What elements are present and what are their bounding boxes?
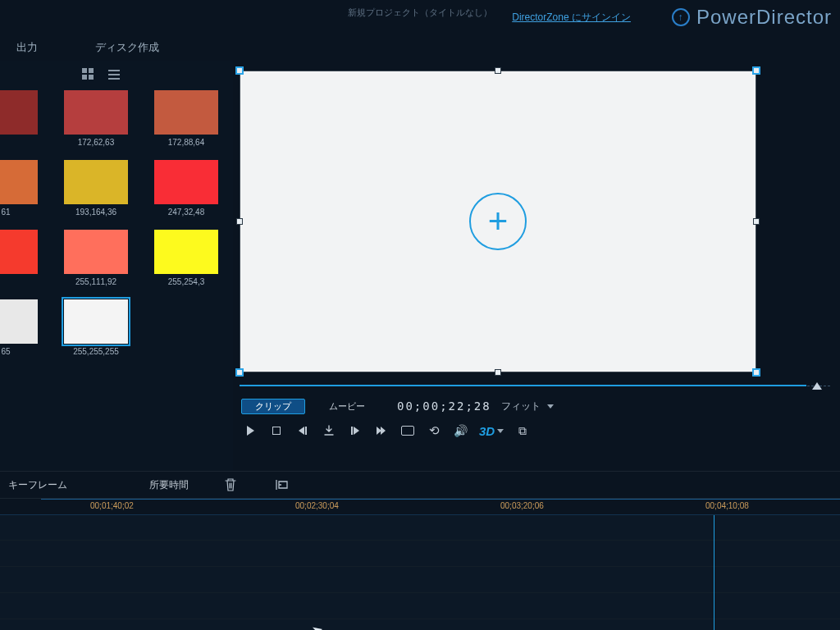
rotate-handle[interactable] (752, 66, 760, 75)
directorzone-link[interactable]: DirectorZone にサインイン (512, 11, 631, 25)
transport-controls: ⟲ 🔊 3D ⧉ (241, 420, 829, 441)
color-label: 172,88,64 (168, 138, 205, 147)
insert-left-icon (274, 478, 289, 491)
seek-thumb-icon[interactable] (812, 382, 822, 390)
preview-controls: クリップ ムービー 00;00;22;28 フィット ⟲ 🔊 (235, 394, 835, 443)
volume-button[interactable]: 🔊 (453, 423, 468, 438)
upload-icon[interactable]: ↑ (672, 8, 690, 26)
tab-disc-create[interactable]: ディスク作成 (95, 40, 159, 55)
chevron-down-icon (547, 404, 554, 409)
timeline-ruler[interactable]: 00;01;40;02 00;02;30;04 00;03;20;06 00;0… (0, 499, 840, 515)
colorboard-item[interactable]: 255,255,255 (51, 294, 141, 364)
ruler-mark: 00;03;20;06 (500, 501, 544, 510)
colorboard-item[interactable]: 65 (0, 294, 51, 364)
ff-icon (381, 427, 386, 435)
mode-clip-button[interactable]: クリップ (241, 399, 305, 414)
delete-button[interactable] (221, 476, 240, 494)
preview-canvas[interactable]: + (240, 71, 756, 372)
preview-canvas-wrap[interactable]: + (240, 71, 756, 372)
color-label: 255,255,255 (73, 347, 119, 356)
color-label: 193,164,36 (75, 208, 116, 217)
colorboard-item[interactable]: 172,62,63 (51, 85, 141, 155)
rotate-handle[interactable] (235, 66, 244, 75)
trash-icon (224, 477, 237, 492)
playhead[interactable] (714, 515, 714, 630)
timecode-display[interactable]: 00;00;22;28 (397, 399, 491, 413)
color-swatch (64, 230, 128, 274)
color-swatch (64, 90, 128, 135)
resize-handle[interactable] (236, 218, 243, 225)
tab-output[interactable]: 出力 (16, 40, 38, 55)
ruler-mark: 00;04;10;08 (705, 501, 749, 510)
colorboard-item (141, 294, 231, 364)
color-swatch (0, 90, 38, 135)
rotate-handle[interactable] (235, 368, 244, 377)
mode-movie-button[interactable]: ムービー (315, 399, 379, 414)
download-icon (323, 425, 335, 436)
colorboard-item[interactable]: 255,111,92 (51, 225, 141, 294)
colorboard-grid: 172,62,63 172,88,64 61 193,164,36 247,32… (0, 84, 233, 366)
stop-button[interactable] (269, 423, 284, 438)
snapshot-button[interactable] (400, 423, 415, 438)
clip-toolbar: キーフレーム 所要時間 (0, 471, 840, 499)
app-brand: ↑ PowerDirector (672, 6, 832, 29)
color-swatch (64, 160, 128, 204)
keyframe-button[interactable]: キーフレーム (8, 478, 67, 492)
play-button[interactable] (243, 423, 258, 438)
resize-handle[interactable] (495, 67, 501, 74)
timeline-tracks[interactable]: ➤ (0, 515, 840, 630)
view-grid-icon[interactable] (82, 68, 94, 80)
download-button[interactable] (322, 423, 336, 438)
insert-left-button[interactable] (272, 476, 290, 494)
stop-icon (272, 427, 281, 435)
color-label: 247,32,48 (168, 208, 205, 217)
workspace-tabs: 出力 ディスク作成 (0, 34, 840, 61)
rotate-handle[interactable] (752, 368, 760, 377)
view-list-icon[interactable] (108, 68, 120, 80)
zoom-fit-label: フィット (501, 399, 541, 413)
zoom-fit-dropdown[interactable]: フィット (501, 399, 554, 413)
center-anchor-icon[interactable]: + (469, 193, 527, 250)
resize-handle[interactable] (753, 218, 760, 225)
undock-button[interactable]: ⧉ (515, 423, 530, 438)
colorboard-item[interactable]: 61 (0, 155, 51, 225)
chevron-down-icon (497, 429, 504, 433)
colorboard-item[interactable]: 193,164,36 (51, 155, 141, 225)
color-label: 255,254,3 (168, 277, 205, 286)
fast-forward-button[interactable] (374, 423, 389, 438)
mouse-cursor-icon: ➤ (310, 622, 324, 630)
project-title: 新規プロジェクト（タイトルなし） (348, 7, 492, 19)
ruler-mark: 00;01;40;02 (90, 501, 134, 510)
colorboard-item[interactable]: 255,254,3 (141, 225, 231, 294)
duration-button[interactable]: 所要時間 (149, 478, 189, 492)
color-label: 65 (1, 347, 10, 356)
color-swatch (0, 160, 38, 204)
media-toolbar (0, 64, 233, 84)
resize-handle[interactable] (495, 369, 501, 376)
colorboard-item[interactable]: 172,88,64 (141, 85, 231, 155)
title-bar: 新規プロジェクト（タイトルなし） DirectorZone にサインイン ↑ P… (0, 0, 840, 34)
color-swatch (154, 230, 218, 274)
preview-panel: + クリップ ムービー 00;00;22;28 (233, 61, 840, 471)
step-forward-button[interactable] (348, 423, 363, 438)
color-swatch (0, 299, 38, 344)
color-swatch (64, 299, 128, 344)
3d-button[interactable]: 3D (479, 424, 504, 438)
seek-fill (240, 385, 806, 386)
colorboard-item[interactable] (0, 225, 51, 294)
main-row: 172,62,63 172,88,64 61 193,164,36 247,32… (0, 61, 840, 471)
step-back-button[interactable] (295, 423, 310, 438)
ruler-line (41, 499, 840, 500)
colorboard-item[interactable] (0, 85, 51, 155)
color-swatch (154, 160, 218, 204)
color-swatch (0, 230, 38, 274)
colorboard-item[interactable]: 247,32,48 (141, 155, 231, 225)
media-panel: 172,62,63 172,88,64 61 193,164,36 247,32… (0, 61, 233, 471)
app-name: PowerDirector (696, 6, 832, 29)
preview-mode-row: クリップ ムービー 00;00;22;28 フィット (241, 395, 829, 417)
loop-button[interactable]: ⟲ (427, 423, 441, 438)
color-label: 61 (1, 208, 10, 217)
preview-seekbar[interactable] (240, 381, 830, 392)
ruler-mark: 00;02;30;04 (295, 501, 339, 510)
color-label: 172,62,63 (78, 138, 115, 147)
